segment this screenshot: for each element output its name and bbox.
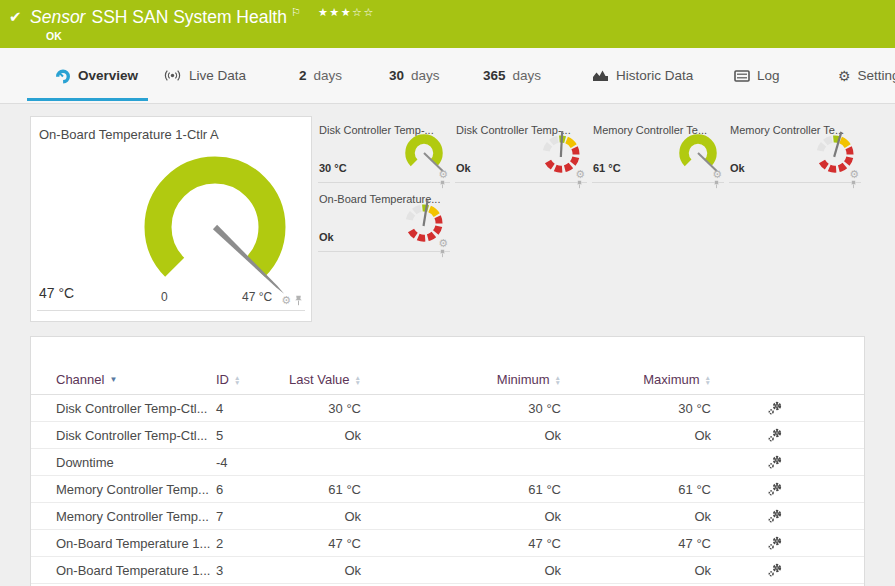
table-row: Memory Controller Temp... 7 Ok Ok Ok: [31, 503, 864, 530]
pin-icon[interactable]: [713, 180, 720, 189]
cell-last-value: Ok: [276, 428, 361, 443]
gauge-tile[interactable]: Memory Controller Te... Ok ⚙: [729, 119, 861, 183]
tab-settings[interactable]: ⚙ Settings: [838, 48, 895, 103]
gear-icon[interactable]: ⚙: [712, 169, 722, 180]
col-header-last-value[interactable]: Last Value ▲▼: [276, 372, 361, 387]
pin-icon[interactable]: [294, 295, 303, 306]
channel-settings-gears-icon[interactable]: [766, 400, 784, 417]
channel-table-body: Disk Controller Temp-Ctl... 4 30 °C 30 °…: [31, 395, 864, 584]
cell-channel: Disk Controller Temp-Ctl...: [56, 401, 216, 416]
gauge-tile[interactable]: On-Board Temperature... Ok ⚙: [318, 188, 450, 252]
cell-id: 7: [216, 509, 276, 524]
cell-channel: On-Board Temperature 1...: [56, 563, 216, 578]
ok-check-icon: ✔: [9, 8, 22, 26]
priority-stars[interactable]: ★★★☆☆: [318, 6, 375, 19]
tab-2-days-unit: days: [314, 68, 343, 83]
gear-icon[interactable]: ⚙: [575, 169, 585, 180]
active-tab-underline: [27, 98, 148, 101]
sort-icon: ▲▼: [234, 375, 240, 385]
cell-minimum: 47 °C: [361, 536, 561, 551]
col-header-maximum[interactable]: Maximum ▲▼: [561, 372, 711, 387]
gauge-tile-tools: ⚙: [575, 169, 585, 180]
col-header-channel[interactable]: Channel ▼: [56, 372, 216, 387]
tab-overview[interactable]: Overview: [55, 48, 138, 103]
tab-historic-data[interactable]: Historic Data: [592, 48, 693, 103]
channel-settings-gears-icon[interactable]: [766, 535, 784, 552]
channel-settings-gears-icon[interactable]: [766, 454, 784, 471]
col-header-minimum[interactable]: Minimum ▲▼: [361, 372, 561, 387]
cell-minimum: Ok: [361, 428, 561, 443]
cell-channel: Disk Controller Temp-Ctl...: [56, 428, 216, 443]
gauge-tile[interactable]: Disk Controller Temp-... Ok ⚙: [455, 119, 587, 183]
cell-minimum: Ok: [361, 509, 561, 524]
tab-365-days-unit: days: [513, 68, 542, 83]
table-row: Memory Controller Temp... 6 61 °C 61 °C …: [31, 476, 864, 503]
tab-overview-label: Overview: [78, 68, 138, 83]
pin-icon[interactable]: [850, 180, 857, 189]
gauge-tile-tools: ⚙: [849, 169, 859, 180]
gauge-icon: [55, 68, 71, 84]
sort-icon: ▲▼: [705, 375, 711, 385]
cell-maximum: 47 °C: [561, 536, 711, 551]
tab-30-days-num: 30: [389, 68, 404, 83]
tab-live-data[interactable]: Live Data: [163, 48, 246, 103]
sensor-title-prefix: Sensor: [30, 7, 85, 27]
tab-bar: Overview Live Data 2 days 30 days 365 da…: [0, 48, 895, 104]
gear-icon[interactable]: ⚙: [281, 295, 291, 306]
tab-log[interactable]: Log: [734, 48, 780, 103]
pin-icon[interactable]: [576, 180, 583, 189]
cell-maximum: Ok: [561, 509, 711, 524]
cell-last-value: 47 °C: [276, 536, 361, 551]
cell-minimum: 61 °C: [361, 482, 561, 497]
tab-2-days[interactable]: 2 days: [299, 48, 342, 103]
tab-30-days-unit: days: [411, 68, 440, 83]
gauge-tile-value: 61 °C: [593, 162, 621, 174]
tab-log-label: Log: [757, 68, 780, 83]
cell-last-value: 30 °C: [276, 401, 361, 416]
channel-settings-gears-icon[interactable]: [766, 508, 784, 525]
tab-30-days[interactable]: 30 days: [389, 48, 440, 103]
channel-settings-gears-icon[interactable]: [766, 562, 784, 579]
cell-channel: Downtime: [56, 455, 216, 470]
channel-settings-gears-icon[interactable]: [766, 481, 784, 498]
gear-icon[interactable]: ⚙: [849, 169, 859, 180]
gear-icon[interactable]: ⚙: [438, 169, 448, 180]
gear-icon[interactable]: ⚙: [438, 238, 448, 249]
gauge-tile-tools: ⚙: [438, 238, 448, 249]
gauge-tile[interactable]: Memory Controller Te... 61 °C ⚙: [592, 119, 724, 183]
gauge-tile-value: Ok: [319, 231, 334, 243]
flag-icon[interactable]: ⚐: [291, 6, 301, 18]
gauge-tile[interactable]: Disk Controller Temp-... 30 °C ⚙: [318, 119, 450, 183]
cell-last-value: 61 °C: [276, 482, 361, 497]
status-badge: OK: [46, 30, 62, 42]
cell-minimum: Ok: [361, 563, 561, 578]
cell-id: 3: [216, 563, 276, 578]
gauge-scale-max: 47 °C: [242, 290, 272, 304]
table-row: Downtime -4: [31, 449, 864, 476]
channel-settings-gears-icon[interactable]: [766, 427, 784, 444]
channel-table-card: Channel ▼ ID ▲▼ Last Value ▲▼ Minimum ▲▼…: [30, 336, 865, 586]
gauge-card-tools: ⚙: [281, 295, 303, 306]
settings-gear-icon: ⚙: [838, 69, 851, 83]
tab-365-days[interactable]: 365 days: [483, 48, 541, 103]
table-row: Disk Controller Temp-Ctl... 4 30 °C 30 °…: [31, 395, 864, 422]
cell-last-value: Ok: [276, 563, 361, 578]
primary-gauge-card[interactable]: On-Board Temperature 1-Ctlr A 47 °C 0 47…: [30, 116, 312, 322]
pin-icon[interactable]: [439, 249, 446, 258]
cell-channel: Memory Controller Temp...: [56, 482, 216, 497]
cell-maximum: Ok: [561, 563, 711, 578]
sensor-header: ✔ SensorSSH SAN System Health⚐ ★★★☆☆ OK: [0, 0, 895, 48]
channel-table: Channel ▼ ID ▲▼ Last Value ▲▼ Minimum ▲▼…: [31, 365, 864, 584]
tab-2-days-num: 2: [299, 68, 307, 83]
gauge-tile-value: Ok: [730, 162, 745, 174]
cell-id: -4: [216, 455, 276, 470]
cell-maximum: 30 °C: [561, 401, 711, 416]
prtg-sensor-page: ✔ SensorSSH SAN System Health⚐ ★★★☆☆ OK …: [0, 0, 895, 586]
cell-minimum: 30 °C: [361, 401, 561, 416]
gauge-tile-value: Ok: [456, 162, 471, 174]
table-row: On-Board Temperature 1... 3 Ok Ok Ok: [31, 557, 864, 584]
gauge-tile-tools: ⚙: [438, 169, 448, 180]
area-chart-icon: [592, 69, 609, 82]
tab-live-data-label: Live Data: [189, 68, 246, 83]
col-header-id[interactable]: ID ▲▼: [216, 372, 276, 387]
